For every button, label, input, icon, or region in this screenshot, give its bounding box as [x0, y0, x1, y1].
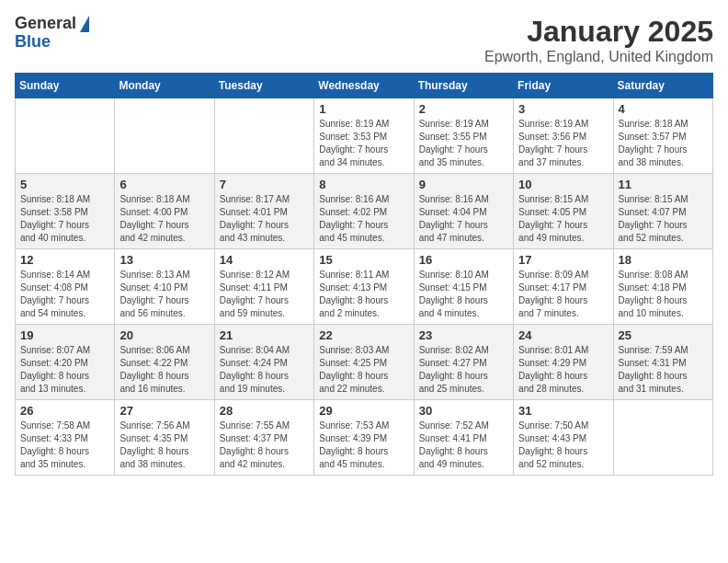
day-number: 28 — [220, 404, 309, 418]
day-number: 4 — [619, 102, 708, 116]
calendar-cell: 18Sunrise: 8:08 AM Sunset: 4:18 PM Dayli… — [613, 249, 712, 325]
location-title: Epworth, England, United Kingdom — [484, 49, 713, 65]
header-sunday: Sunday — [16, 74, 115, 98]
day-info: Sunrise: 7:52 AM Sunset: 4:41 PM Dayligh… — [419, 419, 508, 471]
calendar-cell: 25Sunrise: 7:59 AM Sunset: 4:31 PM Dayli… — [613, 325, 712, 400]
day-number: 7 — [220, 178, 309, 191]
day-info: Sunrise: 8:19 AM Sunset: 3:55 PM Dayligh… — [419, 118, 508, 169]
calendar-cell: 4Sunrise: 8:18 AM Sunset: 3:57 PM Daylig… — [613, 98, 712, 174]
calendar-cell: 23Sunrise: 8:02 AM Sunset: 4:27 PM Dayli… — [414, 325, 513, 400]
calendar-cell: 11Sunrise: 8:15 AM Sunset: 4:07 PM Dayli… — [613, 174, 712, 249]
calendar-cell: 22Sunrise: 8:03 AM Sunset: 4:25 PM Dayli… — [314, 325, 414, 400]
day-info: Sunrise: 8:03 AM Sunset: 4:25 PM Dayligh… — [319, 344, 408, 396]
calendar-cell — [115, 98, 214, 174]
day-number: 1 — [319, 102, 408, 116]
day-number: 12 — [20, 253, 109, 267]
calendar-cell: 12Sunrise: 8:14 AM Sunset: 4:08 PM Dayli… — [16, 249, 115, 325]
logo: General Blue — [15, 15, 89, 52]
header: General Blue January 2025 Epworth, Engla… — [15, 15, 713, 65]
calendar-cell: 3Sunrise: 8:19 AM Sunset: 3:56 PM Daylig… — [514, 98, 613, 174]
day-number: 5 — [20, 178, 109, 191]
day-info: Sunrise: 8:01 AM Sunset: 4:29 PM Dayligh… — [518, 344, 608, 396]
calendar-cell: 9Sunrise: 8:16 AM Sunset: 4:04 PM Daylig… — [414, 174, 513, 249]
day-number: 17 — [518, 253, 608, 267]
day-info: Sunrise: 8:06 AM Sunset: 4:22 PM Dayligh… — [119, 344, 209, 396]
day-number: 13 — [119, 253, 209, 267]
calendar-week-row: 26Sunrise: 7:58 AM Sunset: 4:33 PM Dayli… — [16, 400, 713, 476]
header-friday: Friday — [514, 74, 613, 98]
day-number: 30 — [419, 404, 508, 418]
day-number: 10 — [518, 178, 608, 191]
day-number: 27 — [119, 404, 209, 418]
day-info: Sunrise: 8:18 AM Sunset: 3:58 PM Dayligh… — [20, 193, 109, 245]
day-number: 9 — [419, 178, 508, 191]
day-info: Sunrise: 8:17 AM Sunset: 4:01 PM Dayligh… — [220, 193, 309, 245]
day-info: Sunrise: 8:14 AM Sunset: 4:08 PM Dayligh… — [20, 269, 109, 320]
calendar-cell: 29Sunrise: 7:53 AM Sunset: 4:39 PM Dayli… — [314, 400, 414, 476]
header-tuesday: Tuesday — [214, 74, 313, 98]
calendar-cell: 5Sunrise: 8:18 AM Sunset: 3:58 PM Daylig… — [16, 174, 115, 249]
day-info: Sunrise: 7:55 AM Sunset: 4:37 PM Dayligh… — [220, 419, 309, 471]
calendar-cell: 2Sunrise: 8:19 AM Sunset: 3:55 PM Daylig… — [414, 98, 513, 174]
calendar-cell: 30Sunrise: 7:52 AM Sunset: 4:41 PM Dayli… — [414, 400, 513, 476]
day-info: Sunrise: 7:59 AM Sunset: 4:31 PM Dayligh… — [619, 344, 708, 396]
calendar-cell: 26Sunrise: 7:58 AM Sunset: 4:33 PM Dayli… — [16, 400, 115, 476]
day-info: Sunrise: 7:56 AM Sunset: 4:35 PM Dayligh… — [119, 419, 209, 471]
calendar-week-row: 1Sunrise: 8:19 AM Sunset: 3:53 PM Daylig… — [16, 98, 713, 174]
day-number: 11 — [619, 178, 708, 191]
calendar-cell: 20Sunrise: 8:06 AM Sunset: 4:22 PM Dayli… — [115, 325, 214, 400]
header-monday: Monday — [115, 74, 214, 98]
month-title: January 2025 — [484, 15, 713, 49]
calendar-cell: 15Sunrise: 8:11 AM Sunset: 4:13 PM Dayli… — [314, 249, 414, 325]
logo-general-text: General — [15, 15, 76, 33]
day-info: Sunrise: 8:10 AM Sunset: 4:15 PM Dayligh… — [419, 269, 508, 320]
day-info: Sunrise: 8:16 AM Sunset: 4:02 PM Dayligh… — [319, 193, 408, 245]
header-saturday: Saturday — [613, 74, 712, 98]
header-wednesday: Wednesday — [314, 74, 414, 98]
calendar: SundayMondayTuesdayWednesdayThursdayFrid… — [15, 73, 713, 476]
day-number: 22 — [319, 328, 408, 342]
day-number: 29 — [319, 404, 408, 418]
calendar-cell: 10Sunrise: 8:15 AM Sunset: 4:05 PM Dayli… — [514, 174, 613, 249]
day-number: 16 — [419, 253, 508, 267]
day-number: 15 — [319, 253, 408, 267]
calendar-cell: 19Sunrise: 8:07 AM Sunset: 4:20 PM Dayli… — [16, 325, 115, 400]
day-number: 25 — [619, 328, 708, 342]
title-area: January 2025 Epworth, England, United Ki… — [484, 15, 713, 65]
day-info: Sunrise: 8:09 AM Sunset: 4:17 PM Dayligh… — [518, 269, 608, 320]
day-info: Sunrise: 8:08 AM Sunset: 4:18 PM Dayligh… — [619, 269, 708, 320]
day-number: 14 — [220, 253, 309, 267]
logo-icon — [80, 16, 89, 32]
calendar-cell: 31Sunrise: 7:50 AM Sunset: 4:43 PM Dayli… — [514, 400, 613, 476]
day-number: 21 — [220, 328, 309, 342]
calendar-cell — [214, 98, 313, 174]
day-number: 8 — [319, 178, 408, 191]
day-number: 19 — [20, 328, 109, 342]
calendar-cell — [613, 400, 712, 476]
day-number: 3 — [518, 102, 608, 116]
day-info: Sunrise: 8:19 AM Sunset: 3:53 PM Dayligh… — [319, 118, 408, 169]
calendar-cell: 14Sunrise: 8:12 AM Sunset: 4:11 PM Dayli… — [214, 249, 313, 325]
day-info: Sunrise: 7:50 AM Sunset: 4:43 PM Dayligh… — [518, 419, 608, 471]
day-info: Sunrise: 8:16 AM Sunset: 4:04 PM Dayligh… — [419, 193, 508, 245]
calendar-cell: 21Sunrise: 8:04 AM Sunset: 4:24 PM Dayli… — [214, 325, 313, 400]
day-info: Sunrise: 8:19 AM Sunset: 3:56 PM Dayligh… — [518, 118, 608, 169]
logo-blue-text: Blue — [15, 33, 51, 52]
day-info: Sunrise: 8:15 AM Sunset: 4:07 PM Dayligh… — [619, 193, 708, 245]
day-info: Sunrise: 8:18 AM Sunset: 3:57 PM Dayligh… — [619, 118, 708, 169]
calendar-cell: 1Sunrise: 8:19 AM Sunset: 3:53 PM Daylig… — [314, 98, 414, 174]
day-info: Sunrise: 7:53 AM Sunset: 4:39 PM Dayligh… — [319, 419, 408, 471]
calendar-week-row: 12Sunrise: 8:14 AM Sunset: 4:08 PM Dayli… — [16, 249, 713, 325]
calendar-week-row: 5Sunrise: 8:18 AM Sunset: 3:58 PM Daylig… — [16, 174, 713, 249]
day-info: Sunrise: 8:02 AM Sunset: 4:27 PM Dayligh… — [419, 344, 508, 396]
calendar-cell: 13Sunrise: 8:13 AM Sunset: 4:10 PM Dayli… — [115, 249, 214, 325]
day-number: 23 — [419, 328, 508, 342]
calendar-cell: 8Sunrise: 8:16 AM Sunset: 4:02 PM Daylig… — [314, 174, 414, 249]
calendar-cell: 27Sunrise: 7:56 AM Sunset: 4:35 PM Dayli… — [115, 400, 214, 476]
day-info: Sunrise: 7:58 AM Sunset: 4:33 PM Dayligh… — [20, 419, 109, 471]
day-number: 26 — [20, 404, 109, 418]
calendar-cell: 24Sunrise: 8:01 AM Sunset: 4:29 PM Dayli… — [514, 325, 613, 400]
calendar-cell: 7Sunrise: 8:17 AM Sunset: 4:01 PM Daylig… — [214, 174, 313, 249]
calendar-cell: 17Sunrise: 8:09 AM Sunset: 4:17 PM Dayli… — [514, 249, 613, 325]
day-number: 24 — [518, 328, 608, 342]
